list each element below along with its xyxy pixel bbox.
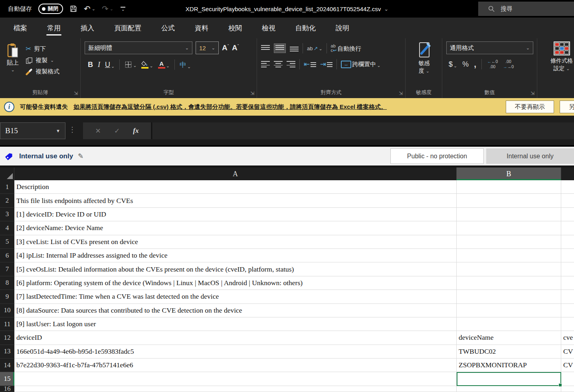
row-header-3[interactable]: 3: [0, 208, 14, 221]
row-header-8[interactable]: 8: [0, 276, 14, 290]
tab-home[interactable]: 常用: [40, 20, 68, 37]
font-name-combo[interactable]: 新細明體⌄: [85, 41, 192, 54]
cell-b15-selected[interactable]: [457, 372, 561, 386]
cell-a2[interactable]: This file lists endpoints affected by CV…: [14, 194, 457, 207]
cell-a3[interactable]: [1] deviceID: Device ID or UID: [14, 208, 457, 221]
row-header-5[interactable]: 5: [0, 235, 14, 249]
cell-a13[interactable]: 166e051d-4a49-4e6b-b95d-1e59383fadc5: [14, 345, 457, 359]
row-header-9[interactable]: 9: [0, 290, 14, 303]
cell-b3[interactable]: [457, 208, 561, 221]
fill-color-button[interactable]: ⌄: [141, 61, 153, 69]
italic-button[interactable]: I: [98, 61, 100, 69]
chevron-down-icon[interactable]: ⌄: [377, 63, 380, 68]
internal-use-only-button[interactable]: Internal use only: [486, 148, 574, 164]
row-header-13[interactable]: 13: [0, 345, 14, 359]
cancel-icon[interactable]: ✕: [95, 127, 101, 135]
row-header-16[interactable]: 16: [0, 386, 14, 392]
align-middle-button[interactable]: [274, 43, 286, 53]
align-bottom-button[interactable]: [290, 45, 299, 51]
chevron-down-icon[interactable]: ⌄: [11, 67, 14, 73]
increase-decimal-button[interactable]: .00→→0: [503, 59, 514, 69]
cell-c8[interactable]: [561, 276, 574, 290]
chevron-down-icon[interactable]: ⌄: [166, 63, 170, 69]
name-box[interactable]: B15▼: [0, 122, 65, 139]
dont-show-again-button[interactable]: 不要再顯示: [506, 100, 554, 113]
cell-b10[interactable]: [457, 304, 561, 317]
tab-page-layout[interactable]: 頁面配置: [107, 20, 148, 37]
cell-c5[interactable]: [561, 235, 574, 249]
cell-b16[interactable]: [457, 386, 561, 392]
phonetic-guide-button[interactable]: 中⌄: [180, 60, 191, 69]
cell-c16[interactable]: [561, 386, 574, 392]
cell-b14[interactable]: ZSOPBXMONITORAP: [457, 359, 561, 372]
row-header-10[interactable]: 10: [0, 304, 14, 317]
column-header-c[interactable]: [561, 167, 574, 180]
cell-a11[interactable]: [9] lastUser: Last logon user: [14, 317, 457, 331]
cut-button[interactable]: ✂剪下: [26, 45, 59, 53]
dialog-launcher-icon[interactable]: ⇲: [399, 91, 403, 96]
cell-a15[interactable]: [14, 372, 457, 386]
row-header-12[interactable]: 12: [0, 331, 14, 345]
row-header-11[interactable]: 11: [0, 317, 14, 331]
cell-b1[interactable]: [457, 180, 561, 194]
font-color-button[interactable]: A ⌄: [158, 61, 170, 69]
cell-c6[interactable]: [561, 249, 574, 262]
wrap-text-button[interactable]: abc↩ 自動換行: [331, 44, 362, 53]
customize-toolbar-button[interactable]: ⌄: [120, 7, 126, 11]
cell-b4[interactable]: [457, 221, 561, 235]
cell-a1[interactable]: Description: [14, 180, 457, 194]
align-right-button[interactable]: [287, 61, 295, 67]
orientation-button[interactable]: ab↗⌄: [307, 45, 323, 51]
cell-c14[interactable]: CV: [561, 359, 574, 372]
cell-c3[interactable]: [561, 208, 574, 221]
chevron-down-icon[interactable]: ⌄: [110, 6, 113, 12]
tab-help[interactable]: 說明: [329, 20, 356, 37]
cell-c2[interactable]: [561, 194, 574, 207]
cell-c1[interactable]: [561, 180, 574, 194]
increase-indent-button[interactable]: ⇥: [320, 60, 333, 69]
row-header-14[interactable]: 14: [0, 359, 14, 372]
public-no-protection-button[interactable]: Public - no protection: [390, 148, 484, 164]
chevron-down-icon[interactable]: ⌄: [384, 6, 388, 12]
tab-data[interactable]: 資料: [188, 20, 216, 37]
align-center-button[interactable]: [274, 61, 283, 67]
dialog-launcher-icon[interactable]: ⇲: [74, 91, 78, 96]
cell-a8[interactable]: [6] platform: Operating system of the de…: [14, 276, 457, 290]
borders-button[interactable]: ⌄: [125, 61, 137, 68]
warning-message-link[interactable]: 如果將活頁簿儲存為逗號分隔 (.csv) 格式，會遺失部分功能。若要保留這些功能…: [73, 103, 387, 111]
merge-center-button[interactable]: ↔ 跨欄置中 ⌄: [341, 61, 380, 68]
bold-button[interactable]: B: [88, 61, 93, 69]
font-size-combo[interactable]: 12⌄: [196, 41, 219, 54]
cell-c9[interactable]: [561, 290, 574, 303]
cell-a4[interactable]: [2] deviceName: Device Name: [14, 221, 457, 235]
row-header-7[interactable]: 7: [0, 262, 14, 276]
cell-a14[interactable]: b7e22d30-9363-4f1c-b7fa-47b57141e6e6: [14, 359, 457, 372]
tab-automate[interactable]: 自動化: [288, 20, 323, 37]
document-title[interactable]: XDR_SecurityPlaybooks_vulnerable_device_…: [186, 6, 381, 12]
row-header-15[interactable]: 15: [0, 372, 14, 386]
currency-button[interactable]: $⌄: [449, 60, 457, 69]
cell-b2[interactable]: [457, 194, 561, 207]
cell-b8[interactable]: [457, 276, 561, 290]
paste-button[interactable]: 貼上 ⌄: [4, 41, 22, 88]
more-options-icon[interactable]: ⋮: [69, 125, 76, 134]
dialog-launcher-icon[interactable]: ⇲: [530, 91, 534, 96]
tab-formulas[interactable]: 公式: [154, 20, 182, 37]
cell-b6[interactable]: [457, 249, 561, 262]
tab-insert[interactable]: 插入: [73, 20, 101, 37]
dialog-launcher-icon[interactable]: ⇲: [250, 91, 254, 96]
save-button[interactable]: [69, 5, 77, 13]
cell-c4[interactable]: [561, 221, 574, 235]
cell-b5[interactable]: [457, 235, 561, 249]
cell-a10[interactable]: [8] dataSource: Data sources that contri…: [14, 304, 457, 317]
chevron-down-icon[interactable]: ⌄: [149, 63, 153, 69]
cell-a9[interactable]: [7] lastDetectedTime: Time when a CVE wa…: [14, 290, 457, 303]
save-as-button[interactable]: 另存新檔: [560, 100, 574, 113]
select-all-button[interactable]: [0, 167, 14, 180]
enter-icon[interactable]: ✓: [114, 127, 120, 135]
chevron-down-icon[interactable]: ⌄: [187, 64, 191, 69]
undo-button[interactable]: ↶⌄: [84, 4, 95, 14]
cell-a5[interactable]: [3] cveList: List of CVEs present on dev…: [14, 235, 457, 249]
conditional-formatting-button[interactable]: 條件式格設定 ⌄: [537, 38, 574, 98]
chevron-down-icon[interactable]: ⌄: [92, 6, 95, 12]
